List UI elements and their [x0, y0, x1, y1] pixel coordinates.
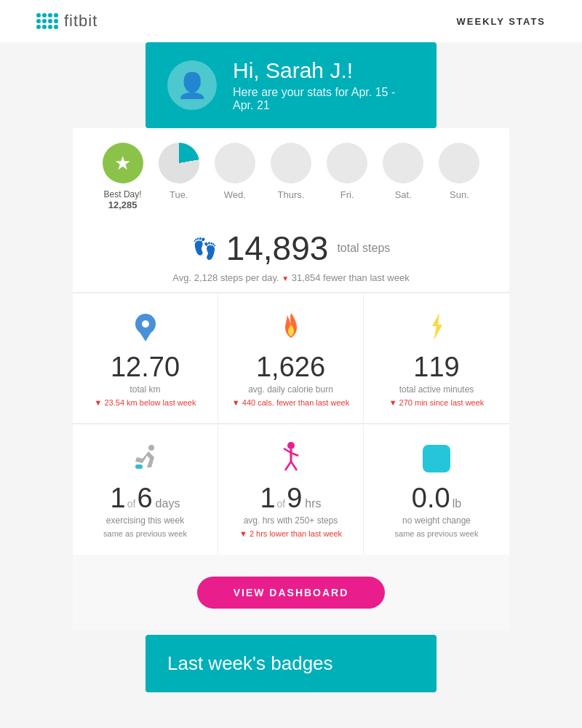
sat-circle [383, 143, 423, 183]
thu-label: Thurs. [278, 189, 305, 200]
badges-section: Last week's badges [146, 635, 436, 692]
weight-change: same as previous week [375, 529, 498, 539]
exercise-denominator: 6 [137, 483, 152, 514]
exercise-desc: exercising this week [84, 515, 206, 526]
wed-circle [215, 143, 255, 183]
tue-label: Tue. [170, 189, 188, 200]
star-icon: ★ [114, 152, 131, 175]
stat-calories: 1,626 avg. daily calorie burn ▼ 440 cals… [218, 293, 364, 424]
steps-label: total steps [337, 242, 390, 255]
welcome-banner: 👤 Hi, Sarah J.! Here are your stats for … [146, 42, 436, 128]
min-value: 119 [375, 352, 498, 383]
stat-dance-icon-wrap [230, 440, 351, 477]
fri-label: Fri. [340, 189, 354, 200]
sun-label: Sun. [450, 189, 469, 200]
steps-section: 👣 14,893 total steps Avg. 2,128 steps pe… [73, 218, 509, 293]
tue-circle [159, 143, 199, 183]
dance-icon [278, 441, 304, 476]
greeting-text: Hi, Sarah J.! [233, 58, 415, 83]
svg-line-10 [285, 462, 291, 470]
best-day-circle: ★ [103, 143, 143, 183]
svg-rect-5 [135, 464, 143, 469]
steps-main: 👣 14,893 total steps [87, 229, 495, 268]
stat-weight: 0.0 lb no weight change same as previous… [364, 424, 509, 554]
day-item-tue: Tue. [159, 143, 199, 200]
hrs-change: ▼ 2 hrs lower than last week [230, 529, 351, 539]
day-item-sun: Sun. [439, 143, 479, 200]
cal-value: 1,626 [230, 352, 351, 383]
stat-cal-icon-wrap [230, 309, 351, 346]
steps-comparison: 31,854 fewer than last week [292, 272, 410, 283]
hrs-change-text: 2 hrs lower than last week [250, 529, 342, 538]
badges-title: Last week's badges [167, 652, 415, 675]
km-change: ▼ 23.54 km below last week [84, 397, 206, 408]
main-content-card: ★ Best Day! 12,285 Tue. Wed. Thurs. [73, 128, 509, 630]
footsteps-icon: 👣 [192, 237, 218, 261]
wed-label: Wed. [224, 189, 246, 200]
exercise-change: same as previous week [84, 529, 206, 539]
exercise-days-fraction: 1 of 6 days [111, 483, 180, 514]
scale-icon [423, 445, 450, 472]
location-pin-icon [135, 314, 156, 341]
min-change: ▼ 270 min since last week [375, 397, 498, 408]
total-steps-number: 14,893 [226, 229, 329, 268]
hrs-denominator: 9 [287, 483, 302, 514]
svg-point-6 [287, 442, 295, 449]
stat-min-icon-wrap [375, 309, 498, 346]
best-day-label: Best Day! 12,285 [104, 189, 142, 210]
badges-outer: Last week's badges [73, 635, 509, 692]
svg-line-11 [291, 462, 297, 470]
stat-scale-icon-wrap [375, 440, 498, 477]
stat-exercise-days: 1 of 6 days exercising this week same as… [73, 424, 218, 554]
avg-steps-text: Avg. 2,128 steps per day. [172, 272, 279, 283]
hrs-desc: avg. hrs with 250+ steps [230, 515, 351, 526]
cal-desc: avg. daily calorie burn [230, 384, 351, 395]
stats-row-1: 12.70 total km ▼ 23.54 km below last wee… [73, 293, 509, 424]
stat-km-icon-wrap [84, 309, 206, 346]
stat-active-minutes: 119 total active minutes ▼ 270 min since… [364, 293, 509, 424]
page-wrapper: fitbit WEEKLY STATS 👤 Hi, Sarah J.! Here… [0, 0, 582, 728]
fitbit-name: fitbit [64, 12, 97, 31]
thu-circle [271, 143, 311, 183]
exercise-of: of [127, 498, 136, 510]
exercise-numerator: 1 [111, 483, 126, 514]
km-down-arrow: ▼ [95, 398, 103, 407]
svg-marker-2 [138, 330, 153, 341]
dashboard-section: VIEW DASHBOARD [73, 555, 509, 630]
best-day-steps: 12,285 [104, 199, 142, 210]
hrs-unit: hrs [305, 497, 321, 510]
min-change-text: 270 min since last week [399, 398, 485, 407]
km-value: 12.70 [84, 352, 206, 383]
weight-desc: no weight change [375, 515, 498, 526]
min-desc: total active minutes [375, 384, 498, 395]
exercise-unit: days [156, 497, 180, 510]
hrs-of: of [277, 498, 286, 510]
steps-sub: Avg. 2,128 steps per day. ▼ 31,854 fewer… [87, 272, 495, 283]
day-item-thu: Thurs. [271, 143, 311, 200]
view-dashboard-button[interactable]: VIEW DASHBOARD [197, 577, 386, 609]
flame-icon [281, 313, 301, 342]
days-section: ★ Best Day! 12,285 Tue. Wed. Thurs. [73, 128, 509, 218]
avatar-icon: 👤 [177, 71, 207, 100]
hrs-steps-fraction: 1 of 9 hrs [260, 483, 321, 514]
running-icon [129, 443, 162, 475]
weight-unit: lb [453, 497, 461, 510]
date-range-text: Here are your stats for Apr. 15 - Apr. 2… [233, 86, 415, 112]
stat-run-icon-wrap [84, 440, 206, 477]
fitbit-dots-icon [36, 13, 58, 29]
cal-change: ▼ 440 cals. fewer than last week [230, 397, 351, 408]
day-item-fri: Fri. [327, 143, 367, 200]
fri-circle [327, 143, 367, 183]
day-item-sat: Sat. [383, 143, 423, 200]
stat-hrs-steps: 1 of 9 hrs avg. hrs with 250+ steps ▼ 2 … [218, 424, 364, 554]
fitbit-logo: fitbit [36, 12, 97, 31]
avatar: 👤 [167, 60, 217, 110]
km-desc: total km [84, 384, 206, 395]
cal-change-text: 440 cals. fewer than last week [242, 398, 349, 407]
day-item-wed: Wed. [215, 143, 255, 200]
svg-point-4 [148, 445, 154, 451]
lightning-icon [426, 313, 447, 342]
min-down-arrow: ▼ [389, 398, 397, 407]
best-day-title: Best Day! [104, 189, 142, 199]
down-arrow-steps: ▼ [282, 274, 289, 282]
